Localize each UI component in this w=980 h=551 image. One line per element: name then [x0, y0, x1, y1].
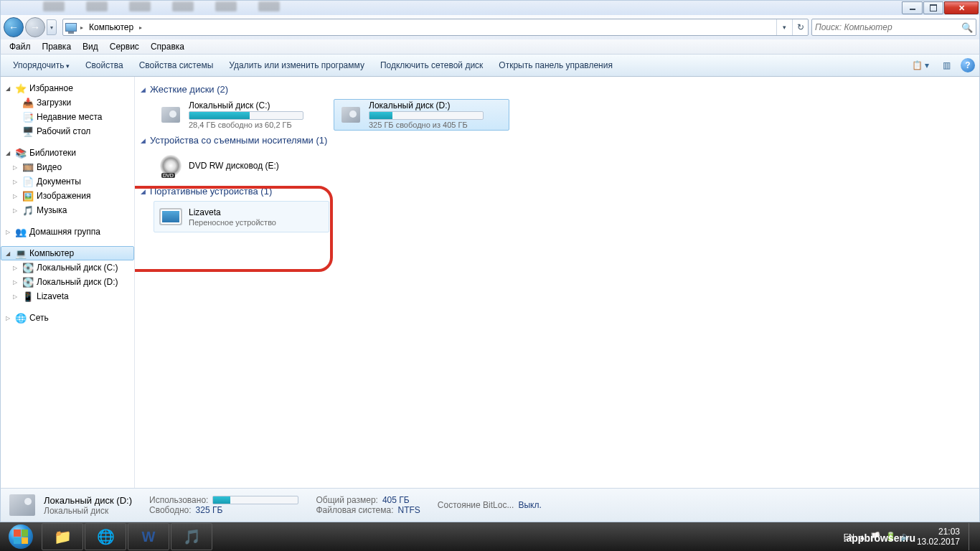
portable-device-lizaveta[interactable]: Lizaveta Переносное устройство	[154, 201, 329, 232]
details-drive-icon	[8, 491, 37, 519]
details-free-label: Свободно:	[149, 505, 192, 515]
organize-button[interactable]: Упорядочить	[5, 57, 77, 74]
computer-icon: 💻	[15, 248, 27, 259]
show-desktop-button[interactable]	[969, 523, 974, 550]
drive-c-free-space: 28,4 ГБ свободно из 60,2 ГБ	[189, 121, 326, 129]
group-hard-disks[interactable]: ◢Жесткие диски (2)	[141, 84, 974, 95]
menu-file[interactable]: Файл	[4, 40, 37, 53]
sidebar-network[interactable]: 🌐Сеть	[1, 311, 134, 325]
drive-d-label: Локальный диск (D:)	[369, 100, 506, 110]
sidebar-recent[interactable]: 📑Недавние места	[1, 110, 134, 124]
hdd-icon	[157, 101, 184, 128]
details-used-bar	[212, 496, 298, 504]
details-fs-label: Файловая система:	[316, 505, 393, 515]
forward-button[interactable]: →	[25, 17, 45, 37]
sidebar-libraries[interactable]: 📚Библиотеки	[1, 146, 134, 160]
nav-history-dropdown[interactable]: ▾	[47, 19, 57, 35]
sidebar-computer[interactable]: 💻Компьютер	[1, 246, 134, 260]
menu-view[interactable]: Вид	[77, 40, 104, 53]
sidebar-music[interactable]: 🎵Музыка	[1, 203, 134, 217]
portable-device-type: Переносное устройство	[189, 218, 326, 227]
dvd-drive[interactable]: DVD RW дисковод (E:)	[154, 150, 329, 182]
details-total-value: 405 ГБ	[382, 495, 410, 505]
help-button[interactable]: ?	[961, 58, 975, 72]
drive-icon: 💽	[22, 262, 34, 273]
system-properties-button[interactable]: Свойства системы	[131, 57, 222, 74]
sidebar-downloads[interactable]: 📥Загрузки	[1, 95, 134, 110]
sidebar-homegroup[interactable]: 👥Домашняя группа	[1, 225, 134, 239]
command-bar: Упорядочить Свойства Свойства системы Уд…	[0, 54, 980, 77]
details-type: Локальный диск	[44, 506, 132, 516]
star-icon: ⭐	[15, 83, 27, 94]
sidebar-lizaveta[interactable]: 📱Lizaveta	[1, 289, 134, 303]
sidebar-local-c[interactable]: 💽Локальный диск (C:)	[1, 260, 134, 275]
pictures-icon: 🖼️	[22, 190, 34, 202]
taskbar-explorer[interactable]: 📁	[42, 523, 83, 550]
details-total-label: Общий размер:	[316, 495, 377, 505]
change-view-button[interactable]: 📋 ▾	[906, 57, 935, 73]
recent-icon: 📑	[22, 111, 34, 123]
hdd-icon	[337, 101, 364, 128]
sidebar-local-d[interactable]: 💽Локальный диск (D:)	[1, 275, 134, 289]
refresh-button[interactable]: ↻	[792, 19, 808, 35]
details-free-value: 325 ГБ	[196, 505, 223, 515]
drive-c[interactable]: Локальный диск (C:) 28,4 ГБ свободно из …	[154, 99, 329, 131]
address-dropdown-button[interactable]: ▾	[776, 19, 792, 35]
drive-d-free-space: 325 ГБ свободно из 405 ГБ	[369, 121, 506, 129]
search-box[interactable]: 🔍	[811, 19, 976, 36]
downloads-icon: 📥	[22, 97, 34, 108]
dvd-drive-label: DVD RW дисковод (E:)	[189, 161, 326, 171]
details-title: Локальный диск (D:)	[44, 495, 132, 506]
window-minimize-button[interactable]	[902, 1, 923, 14]
window-maximize-button[interactable]	[923, 1, 943, 14]
search-input[interactable]	[815, 22, 961, 32]
portable-device-icon	[157, 203, 184, 230]
documents-icon: 📄	[22, 176, 34, 187]
breadcrumb-sep[interactable]: ▸	[138, 24, 143, 31]
menu-edit[interactable]: Правка	[37, 40, 77, 53]
drive-icon: 💽	[22, 276, 34, 288]
sidebar-pictures[interactable]: 🖼️Изображения	[1, 189, 134, 203]
drive-d[interactable]: Локальный диск (D:) 325 ГБ свободно из 4…	[334, 99, 509, 131]
back-button[interactable]: ←	[4, 17, 24, 37]
uninstall-program-button[interactable]: Удалить или изменить программу	[221, 57, 372, 74]
menu-help[interactable]: Справка	[145, 40, 190, 53]
navigation-pane: ⭐Избранное 📥Загрузки 📑Недавние места 🖥️Р…	[1, 77, 135, 488]
taskbar-chrome[interactable]: 🌐	[85, 523, 126, 550]
breadcrumb-computer[interactable]: Компьютер	[85, 19, 138, 35]
window-close-button[interactable]	[944, 1, 979, 14]
title-bar	[0, 0, 980, 15]
sidebar-desktop[interactable]: 🖥️Рабочий стол	[1, 124, 134, 138]
address-bar[interactable]: ▸ Компьютер ▸ ▾ ↻	[62, 19, 809, 36]
preview-pane-button[interactable]: ▥	[936, 57, 956, 73]
items-view: ◢Жесткие диски (2) Локальный диск (C:) 2…	[135, 77, 979, 488]
watermark: .appbrowser.ru	[844, 532, 915, 544]
sidebar-videos[interactable]: 🎞️Видео	[1, 160, 134, 174]
open-control-panel-button[interactable]: Открыть панель управления	[491, 57, 621, 74]
properties-button[interactable]: Свойства	[77, 57, 131, 74]
sidebar-favorites[interactable]: ⭐Избранное	[1, 81, 134, 95]
network-icon: 🌐	[15, 312, 27, 324]
desktop-icon: 🖥️	[22, 126, 34, 137]
taskbar-itunes[interactable]: 🎵	[171, 523, 212, 550]
taskbar-word[interactable]: W	[128, 523, 169, 550]
details-used-label: Использовано:	[149, 495, 208, 505]
start-button[interactable]	[1, 522, 40, 551]
drive-c-capacity-bar	[189, 111, 303, 120]
group-portable-devices[interactable]: ◢Портативные устройства (1)	[141, 186, 974, 197]
details-pane: Локальный диск (D:) Локальный диск Испол…	[0, 488, 980, 522]
videos-icon: 🎞️	[22, 161, 34, 173]
libraries-icon: 📚	[15, 147, 27, 159]
search-icon: 🔍	[961, 22, 973, 33]
navigation-bar: ← → ▾ ▸ Компьютер ▸ ▾ ↻ 🔍	[0, 15, 980, 39]
tray-clock[interactable]: 21:03 13.02.2017	[917, 527, 960, 547]
sidebar-documents[interactable]: 📄Документы	[1, 174, 134, 189]
taskbar: 📁 🌐 W 🎵 .appbrowser.ru EN ▴ 🏳️ 🔋 🔈 21:03…	[0, 522, 980, 551]
details-bitlocker-label: Состояние BitLoc...	[438, 500, 514, 510]
breadcrumb-root-sep[interactable]: ▸	[79, 24, 85, 31]
map-network-drive-button[interactable]: Подключить сетевой диск	[372, 57, 491, 74]
group-removable-storage[interactable]: ◢Устройства со съемными носителями (1)	[141, 135, 974, 146]
menu-tools[interactable]: Сервис	[104, 40, 145, 53]
menu-bar: Файл Правка Вид Сервис Справка	[0, 39, 980, 54]
dvd-icon	[157, 152, 184, 179]
